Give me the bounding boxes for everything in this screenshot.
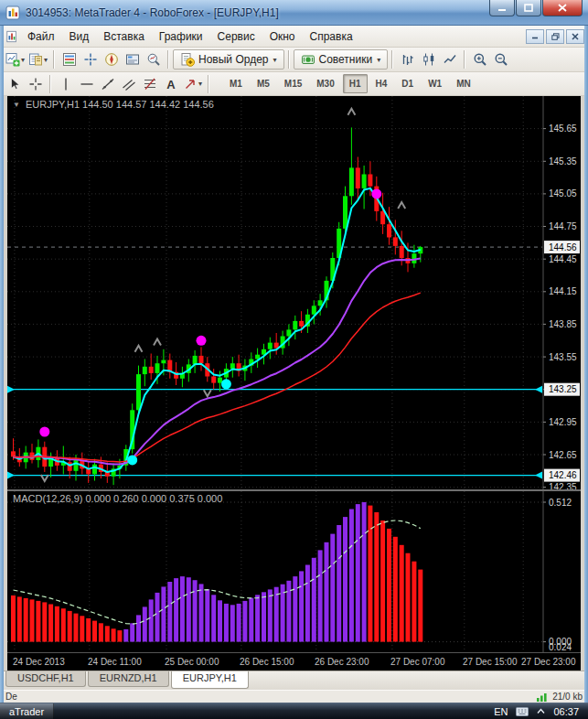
ema-slow-line	[14, 293, 421, 462]
new-chart-button[interactable]: ▾	[4, 49, 27, 70]
taskbar-clock[interactable]: 06:37	[553, 706, 579, 717]
timeframe-m5-button[interactable]: M5	[251, 74, 276, 93]
magenta-signal-dot	[39, 427, 49, 437]
crosshair-tool-button[interactable]	[25, 74, 46, 94]
price-axis-label: 144.15	[549, 286, 577, 296]
time-axis-label: 26 Dec 15:00	[240, 657, 294, 667]
channel-tool-button[interactable]	[118, 74, 139, 94]
toolbar-separator	[288, 50, 290, 69]
macd-indicator-chart[interactable]: 0.5120.0000.024	[7, 491, 581, 652]
chart-tab-eurnzd[interactable]: EURNZD,H1	[88, 671, 169, 687]
line-chart-type-button[interactable]	[439, 49, 460, 70]
text-tool-button[interactable]: A	[160, 74, 181, 94]
fractal-arrow-icon	[398, 202, 405, 209]
one-click-trading-arrow[interactable]: ▼	[13, 101, 20, 109]
mdi-close-button[interactable]	[566, 29, 584, 44]
toolbar-separator	[391, 50, 393, 69]
data-window-button[interactable]	[80, 49, 101, 70]
expert-advisors-label: Советники	[319, 53, 373, 66]
price-axis-label: 143.55	[549, 352, 577, 362]
toolbar-separator	[49, 75, 51, 93]
time-axis-label: 26 Dec 23:00	[315, 657, 369, 667]
timeframes-toolbar: M1M5M15M30H1H4D1W1MN	[222, 74, 478, 93]
terminal-button[interactable]	[122, 49, 143, 70]
timeframe-h1-button[interactable]: H1	[343, 74, 368, 93]
time-axis-label: 27 Dec 15:00	[463, 657, 518, 667]
price-axis-label: 144.45	[549, 254, 577, 264]
zoom-out-button[interactable]	[490, 49, 511, 70]
menu-tools[interactable]: Сервис	[210, 27, 262, 46]
connection-icon	[537, 692, 549, 702]
timeframe-h4-button[interactable]: H4	[369, 74, 394, 93]
status-bar: De 21/0 kb	[0, 690, 588, 703]
timeframe-m30-button[interactable]: M30	[310, 74, 340, 93]
cyan-signal-dot	[221, 379, 231, 389]
fractal-arrow-icon	[204, 390, 211, 396]
timeframe-m15-button[interactable]: M15	[278, 74, 308, 93]
price-axis-label: 145.05	[549, 188, 577, 199]
chart-tab-usdchf[interactable]: USDCHF,H1	[5, 671, 86, 687]
minimize-button[interactable]	[489, 0, 515, 16]
strategy-tester-button[interactable]	[143, 49, 164, 70]
vertical-line-tool-button[interactable]	[55, 74, 76, 94]
time-axis[interactable]: 24 Dec 201324 Dec 11:0025 Dec 00:0026 De…	[7, 652, 581, 671]
traffic-label: 21/0 kb	[552, 692, 583, 702]
timeframe-mn-button[interactable]: MN	[450, 74, 477, 93]
menu-insert[interactable]: Вставка	[96, 27, 152, 46]
title-bar[interactable]: 3014953: MetaTrader 4 - RoboForex - [EUR…	[0, 0, 588, 26]
chevron-down-icon: ▾	[21, 56, 25, 64]
menu-file[interactable]: Файл	[20, 27, 62, 46]
macd-axis-label: 0.512	[549, 498, 572, 508]
fibonacci-tool-button[interactable]	[139, 74, 160, 94]
new-order-button[interactable]: Новый Ордер ▾	[173, 49, 283, 70]
mdi-restore-button[interactable]	[546, 29, 564, 44]
tray-expand-icon[interactable]	[537, 708, 545, 714]
menu-window[interactable]: Окно	[262, 27, 303, 46]
close-button[interactable]	[542, 0, 583, 16]
cursor-tool-button[interactable]	[4, 74, 25, 94]
price-axis-label: 142.35	[549, 482, 577, 489]
candles-layer	[11, 127, 422, 485]
timeframe-w1-button[interactable]: W1	[422, 74, 448, 93]
horizontal-line-tool-button[interactable]	[76, 74, 97, 94]
price-axis-label: 145.35	[549, 156, 577, 166]
chart-window-icon[interactable]	[5, 30, 18, 43]
language-indicator[interactable]: EN	[494, 706, 508, 717]
candlestick-type-button[interactable]	[418, 49, 439, 70]
windows-taskbar: aTrader EN 06:37	[0, 703, 588, 719]
bar-chart-type-button[interactable]	[397, 49, 418, 70]
timeframe-m1-button[interactable]: M1	[223, 74, 249, 93]
svg-text:142.46: 142.46	[549, 470, 577, 480]
fractal-arrow-icon	[347, 109, 355, 115]
menu-view[interactable]: Вид	[62, 27, 97, 46]
timeframe-d1-button[interactable]: D1	[395, 74, 420, 93]
price-chart[interactable]: 145.65145.35145.05144.75144.45144.15143.…	[7, 96, 581, 489]
expert-advisors-button[interactable]: Советники ▾	[294, 49, 389, 70]
ema-mid-line	[14, 259, 421, 465]
chart-area[interactable]: ▼ EURJPY,H1 144.50 144.57 144.42 144.56 …	[7, 96, 581, 671]
chart-tab-eurjpy[interactable]: EURJPY,H1	[171, 671, 249, 689]
expert-advisors-icon	[301, 52, 315, 67]
keyboard-icon[interactable]	[516, 707, 529, 716]
toolbar-separator	[208, 75, 209, 93]
trendline-tool-button[interactable]	[97, 74, 118, 94]
zoom-in-button[interactable]	[469, 49, 490, 70]
svg-text:143.25: 143.25	[549, 384, 577, 394]
price-axis-label: 144.75	[549, 221, 577, 231]
price-axis-label: 145.65	[549, 123, 577, 134]
profiles-button[interactable]: ▾	[27, 49, 49, 70]
taskbar-app-button[interactable]: aTrader	[0, 703, 54, 719]
macd-pane[interactable]: MACD(12,26,9) 0.000 0.260 0.000 0.375 0.…	[7, 489, 581, 652]
menu-help[interactable]: Справка	[303, 27, 360, 46]
mdi-minimize-button[interactable]	[526, 29, 544, 44]
line-studies-toolbar: A ▾ M1M5M15M30H1H4D1W1MN	[0, 72, 588, 96]
time-axis-label: 25 Dec 00:00	[165, 657, 219, 667]
navigator-button[interactable]	[101, 49, 122, 70]
arrows-tool-button[interactable]: ▾	[181, 74, 204, 94]
metatrader-window: 3014953: MetaTrader 4 - RoboForex - [EUR…	[0, 0, 588, 719]
cyan-signal-dot	[127, 455, 137, 465]
maximize-button[interactable]	[516, 0, 541, 16]
market-watch-button[interactable]	[59, 49, 80, 70]
grid-layer	[7, 96, 542, 489]
menu-charts[interactable]: Графики	[152, 27, 210, 46]
